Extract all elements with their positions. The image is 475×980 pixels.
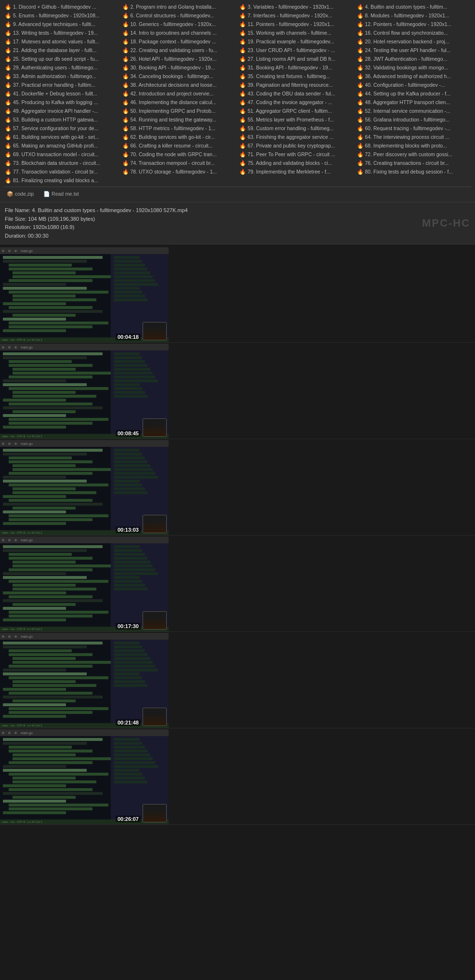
file-item[interactable]: 🔥68. Implementing blocks with proto... [356, 142, 472, 150]
file-item[interactable]: 🔥55. Metrics layer with Prometheus - f..… [238, 116, 354, 124]
file-item[interactable]: 🔥13. Writing tests - fulltimegodev - 19.… [4, 29, 119, 37]
file-item[interactable]: 🔥26. Hotel API - fulltimegodev - 1920x..… [121, 55, 237, 63]
file-item[interactable]: 🔥79. Implementing the Merkletree - f... [238, 168, 354, 176]
fire-icon: 🔥 [357, 169, 364, 175]
thumbnail-row[interactable]: main.gomain · Go · UTF-8 · Ln 42 Col 100… [0, 247, 475, 343]
fire-icon: 🔥 [357, 30, 364, 36]
file-item[interactable]: 🔥81. Finalizing creating valid blocks a.… [4, 176, 119, 185]
file-item[interactable]: 🔥23. User CRUD API - fulltimegodev - ... [238, 46, 354, 54]
comment-line [114, 580, 142, 583]
file-item[interactable]: 🔥19. Practical example - fulltimegodev..… [238, 38, 354, 46]
file-item[interactable]: 🔥46. Implementing the distance calcul... [121, 98, 237, 107]
file-item[interactable]: 🔥10. Generics - fulltimegodev - 1920x... [121, 20, 237, 28]
file-item[interactable]: 🔥25. Setting up our db seed script - fu.… [4, 55, 119, 63]
file-item[interactable]: 🔥27. Listing rooms API and small DB fr..… [238, 55, 354, 63]
file-item[interactable]: 🔥73. Blockchain data structure - circuit… [4, 159, 119, 167]
file-item[interactable]: 🔥51. Aggregator GRPC client - fulltim... [238, 107, 354, 115]
file-item[interactable]: 🔥60. Request tracing - fulltimegodev -..… [356, 124, 472, 133]
file-item[interactable]: 🔥65. Making an amazing GitHub profi... [4, 142, 119, 150]
file-item[interactable]: 🔥8. Modules - fulltimegodev - 1920x1... [356, 12, 472, 20]
thumbnail-row[interactable]: main.gomain · Go · UTF-8 · Ln 42 Col 100… [0, 729, 475, 825]
fire-icon: 🔥 [357, 21, 364, 27]
thumbnail-row[interactable]: main.gomain · Go · UTF-8 · Ln 42 Col 100… [0, 633, 475, 728]
file-item[interactable]: 🔥66. Crafting a killer resume - circuit.… [121, 142, 237, 150]
file-item[interactable]: 🔥38. Architectural decisions and loose..… [121, 81, 237, 89]
file-item[interactable]: 🔥39. Pagination and filtering resource..… [238, 81, 354, 89]
file-item[interactable]: 🔥80. Fixing tests and debug session - f.… [356, 168, 472, 176]
file-item[interactable]: 🔥14. Intro to goroutines and channels ..… [121, 29, 237, 37]
file-item[interactable]: 🔥31. Booking API - fulltimegodev - 19... [238, 64, 354, 72]
special-file-item[interactable]: 📦code.zip [6, 190, 35, 198]
special-file-item[interactable]: 📄Read me.txt [42, 190, 80, 198]
file-item[interactable]: 🔥16. Control flow and synchronizatio... [356, 29, 472, 37]
file-item[interactable]: 🔥78. UTXO storage - fulltimegodev - 1... [121, 168, 237, 176]
file-item[interactable]: 🔥33. Admin authorization - fulltimego... [4, 72, 119, 81]
file-item[interactable]: 🔥36. Advanced testing of authorized h... [356, 72, 472, 81]
file-item[interactable]: 🔥74. Transaction mempool - circuit br... [121, 159, 237, 167]
file-item[interactable]: 🔥2. Program intro and Golang Installa... [121, 3, 237, 11]
thumbnail-row[interactable]: main.gomain · Go · UTF-8 · Ln 42 Col 100… [0, 440, 475, 536]
file-item[interactable]: 🔥6. Control structures - fulltimegodev..… [121, 12, 237, 20]
file-item[interactable]: 🔥30. Booking API - fulltimegodev - 19... [121, 64, 237, 72]
file-item[interactable]: 🔥75. Adding and validating blocks - ci..… [238, 159, 354, 167]
thumbnail-row[interactable]: main.gomain · Go · UTF-8 · Ln 42 Col 100… [0, 537, 475, 632]
file-item[interactable]: 🔥37. Practical error handling - fulltim.… [4, 81, 119, 89]
file-item[interactable]: 🔥11. Pointers - fulltimegodev - 1920x1..… [238, 20, 354, 28]
file-label: 45. Producing to Kafka with logging ... [13, 99, 98, 105]
file-item[interactable]: 🔥20. Hotel reservation backend - proj... [356, 38, 472, 46]
file-item[interactable]: 🔥77. Transaction validation - circuit br… [4, 168, 119, 176]
file-item[interactable]: 🔥18. Package context - fulltimegodev ... [121, 38, 237, 46]
file-item[interactable]: 🔥43. Coding the OBU data sender - ful... [238, 90, 354, 98]
file-item[interactable]: 🔥48. Aggregator HTTP transport clien... [356, 98, 472, 107]
file-item[interactable]: 🔥57. Service configuration for your de..… [4, 124, 119, 133]
file-item[interactable]: 🔥71. Peer To Peer with GRPC - circuit ..… [238, 150, 354, 159]
file-item[interactable]: 🔥9. Advanced type techniques - fullti... [4, 20, 119, 28]
file-item[interactable]: 🔥3. Variables - fulltimegodev - 1920x1..… [238, 3, 354, 11]
file-item[interactable]: 🔥69. UTXO transaction model - circuit... [4, 150, 119, 159]
file-item[interactable]: 🔥49. Aggregator invoice API handler -... [4, 107, 119, 115]
file-item[interactable]: 🔥34. Canceling bookings - fulltimego... [121, 72, 237, 81]
file-item[interactable]: 🔥72. Peer discovery with custom gossi... [356, 150, 472, 159]
file-item[interactable]: 🔥58. HTTP metrics - fulltimegodev - 1... [121, 124, 237, 133]
file-item[interactable]: 🔥12. Pointers - fulltimegodev - 1920x1..… [356, 20, 472, 28]
file-item[interactable]: 🔥29. Authenticating users - fulltimego..… [4, 64, 119, 72]
file-item[interactable]: 🔥5. Enums - fulltimegodev - 1920x108... [4, 12, 119, 20]
file-item[interactable]: 🔥63. Finishing the aggregator service ..… [238, 133, 354, 141]
file-item[interactable]: 🔥24. Testing the user API handler - ful.… [356, 46, 472, 54]
thumbnail-row[interactable]: main.gomain · Go · UTF-8 · Ln 42 Col 100… [0, 344, 475, 439]
file-item[interactable]: 🔥1. Discord + Github - fulltimegodev ... [4, 3, 119, 11]
file-item[interactable]: 🔥32. Validating bookings with mongo... [356, 64, 472, 72]
file-item[interactable]: 🔥44. Setting up the Kafka producer - f..… [356, 90, 472, 98]
file-item[interactable]: 🔥76. Creating transactions - circuit br.… [356, 159, 472, 167]
file-item[interactable]: 🔥56. Grafana introduction - fulltimego..… [356, 116, 472, 124]
file-item[interactable]: 🔥52. Internal service communication -... [356, 107, 472, 115]
file-item[interactable]: 🔥47. Coding the invoice aggregator - ... [238, 98, 354, 107]
file-item[interactable]: 🔥15. Working with channels - fulltime... [238, 29, 354, 37]
code-line [13, 680, 76, 683]
fire-icon: 🔥 [357, 125, 364, 132]
file-item[interactable]: 🔥62. Building services with go-kit - cir… [121, 133, 237, 141]
file-item[interactable]: 🔥54. Running and testing the gateway... [121, 116, 237, 124]
file-item[interactable]: 🔥21. Adding the database layer - fullt..… [4, 46, 119, 54]
code-line [9, 595, 92, 598]
code-line [3, 379, 66, 382]
file-item[interactable]: 🔥35. Creating test fixtures - fulltimeg.… [238, 72, 354, 81]
file-item[interactable]: 🔥70. Coding the node with GRPC tran... [121, 150, 237, 159]
code-line [13, 298, 96, 301]
file-item[interactable]: 🔥28. JWT Authentication - fulltimego... [356, 55, 472, 63]
file-item[interactable]: 🔥45. Producing to Kafka with logging ... [4, 98, 119, 107]
file-item[interactable]: 🔥22. Creating and validating users - fu.… [121, 46, 237, 54]
file-item[interactable]: 🔥40. Configuration - fulltimegodev -... [356, 81, 472, 89]
file-item[interactable]: 🔥7. Interfaces - fulltimegodev - 1920x..… [238, 12, 354, 20]
file-item[interactable]: 🔥64. The interviewing process circuit ..… [356, 133, 472, 141]
file-item[interactable]: 🔥4. Builtin and custom types - fulltim..… [356, 3, 472, 11]
file-item[interactable]: 🔥50. Implementing GRPC and Protob... [121, 107, 237, 115]
file-item[interactable]: 🔥42. Introduction and project overvie... [121, 90, 237, 98]
file-item[interactable]: 🔥67. Private and public key cryptograp..… [238, 142, 354, 150]
file-item[interactable]: 🔥17. Mutexes and atomic values - fullt..… [4, 38, 119, 46]
file-item[interactable]: 🔥61. Building services with go-kit - set… [4, 133, 119, 141]
file-item[interactable]: 🔥53. Building a custom HTTP gatewa... [4, 116, 119, 124]
file-item[interactable]: 🔥59. Custom error handling - fulltimeg..… [238, 124, 354, 133]
file-item[interactable]: 🔥41. Dockerfile + Debug lesson - fullt..… [4, 90, 119, 98]
code-left [0, 350, 111, 434]
